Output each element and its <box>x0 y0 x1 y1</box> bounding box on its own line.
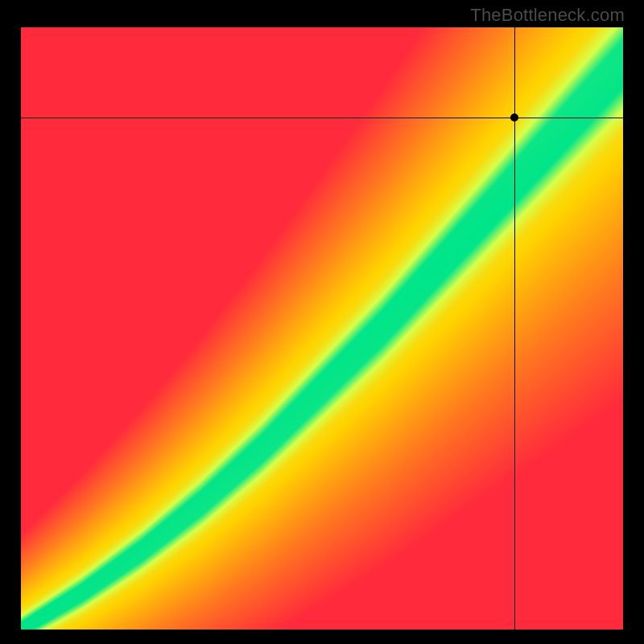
watermark-text: TheBottleneck.com <box>470 5 625 26</box>
chart-frame: TheBottleneck.com <box>0 0 644 644</box>
plot-area <box>21 27 623 630</box>
crosshair-horizontal <box>21 118 623 118</box>
selection-marker <box>510 114 518 122</box>
